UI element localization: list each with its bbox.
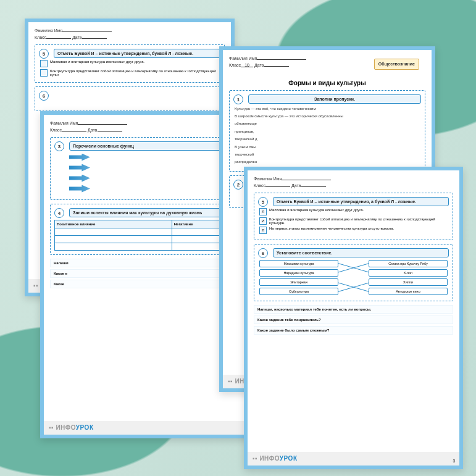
paragraph: творческой д xyxy=(235,136,420,141)
statement-text: Контркультура представляет собой оппозиц… xyxy=(269,217,448,225)
match-left[interactable]: Массовая культура xyxy=(259,260,338,267)
task-number: 4 xyxy=(54,208,64,218)
label-name: Фамилия Имя xyxy=(35,28,62,33)
match-right[interactable]: К-поп xyxy=(369,269,448,277)
reflection-question: Какое задание было самым сложным? xyxy=(254,326,453,335)
match-left[interactable]: Элитарная xyxy=(259,278,338,286)
subject-tag: Обществознание xyxy=(374,59,419,70)
footer-brand: ▪▪ ИНФОУРОК 3 xyxy=(248,452,459,466)
label-class: Класс xyxy=(35,35,46,40)
paragraph: обновляюще xyxy=(235,121,420,126)
task-5-section: 5 Отметь Буквой И – истинные утверждения… xyxy=(254,193,453,240)
arrow-icon xyxy=(69,185,90,193)
worksheet-page-4: Фамилия Имя Класс Дата 5 Отметь Буквой И… xyxy=(244,167,463,469)
footer-brand: ▪▪ ИНФОУРОК xyxy=(44,421,246,435)
arrow-icon xyxy=(69,175,90,182)
task-number: 2 xyxy=(233,180,243,190)
statement-text: Контркультура представляет собой оппозиц… xyxy=(50,69,219,77)
task-number: 3 xyxy=(54,141,64,151)
match-left[interactable]: Народная культура xyxy=(259,269,338,277)
task-title: Перечисли основные функц xyxy=(69,141,236,151)
task-title: Отметь Буквой И – истинные утверждения, … xyxy=(54,49,220,58)
task-title: Запиши аспекты влияния мас культуры на д… xyxy=(69,208,236,217)
answer-box[interactable]: Л xyxy=(259,227,267,234)
arrow-icon xyxy=(69,154,90,161)
paragraph: принципов, xyxy=(235,129,420,134)
task-title: Отметь Буквой И – истинные утверждения, … xyxy=(273,197,449,206)
header-fields: Фамилия Имя Класс10 Дата Обществознание xyxy=(229,55,425,69)
task-5-section: 5 Отметь Буквой И – истинные утверждения… xyxy=(35,44,225,83)
match-left[interactable]: Субкультура xyxy=(259,288,338,295)
task-6-section: 6 xyxy=(35,86,225,111)
prompt: Какое е xyxy=(50,269,240,278)
header-fields: Фамилия Имя Класс Дата xyxy=(50,120,240,133)
task-3-section: 3 Перечисли основные функц xyxy=(50,137,240,200)
statement-text: Массовая и элитарная культура исключают … xyxy=(269,208,448,212)
task-number: 6 xyxy=(39,91,49,101)
worksheet-page-2: Фамилия Имя Класс Дата 3 Перечисли основ… xyxy=(40,111,250,438)
header-fields: Фамилия Имя Класс Дата xyxy=(254,175,453,189)
paragraph: В узком смы xyxy=(235,144,420,149)
prompt: Напиши xyxy=(50,259,240,267)
header-fields: Фамилия Имя Класс Дата xyxy=(35,27,225,41)
answer-box[interactable] xyxy=(40,60,48,67)
task-number: 5 xyxy=(39,49,49,59)
statement-text: Массовая и элитарная культура исключают … xyxy=(50,60,219,64)
task-title: Установите соответствие. xyxy=(273,248,449,257)
answer-box[interactable]: И xyxy=(259,217,267,225)
paragraph: творческой xyxy=(235,152,420,157)
label-date: Дата xyxy=(72,35,82,40)
paragraph: Культура — это всё, что создано человече… xyxy=(235,106,420,111)
influence-table: Позитивное влияние Негативне xyxy=(54,220,236,251)
task-4-section: 4 Запиши аспекты влияния мас культуры на… xyxy=(50,204,240,255)
prompt: Какое xyxy=(50,280,240,288)
answer-box[interactable] xyxy=(40,69,48,77)
reflection-question: Напиши, насколько материал тебе понятен,… xyxy=(254,305,453,314)
task-number: 6 xyxy=(258,248,268,258)
match-right[interactable]: Хиппи xyxy=(369,278,448,286)
statement-text: На первых этапах возникновения человечес… xyxy=(269,227,448,230)
task-title: Заполни пропуски. xyxy=(248,94,421,104)
arrow-icon xyxy=(69,164,90,172)
match-right[interactable]: Сказка про Курочку Рябу xyxy=(369,260,448,267)
answer-box[interactable]: Л xyxy=(259,208,267,215)
col-header-positive: Позитивное влияние xyxy=(55,220,172,228)
task-number: 5 xyxy=(258,197,268,207)
reflection-question: Какое задание тебе понравилось? xyxy=(254,315,453,324)
task-6-section: 6 Установите соответствие. Массовая куль… xyxy=(254,244,453,301)
match-right[interactable]: Авторское кино xyxy=(369,288,448,295)
page-title: Формы и виды культуры xyxy=(229,80,425,86)
paragraph: распределен xyxy=(235,159,420,164)
task-number: 1 xyxy=(233,94,243,104)
page-number: 3 xyxy=(453,459,456,463)
paragraph: В широком смысле культура — это историче… xyxy=(235,114,420,119)
task-1-section: 1 Заполни пропуски. Культура — это всё, … xyxy=(229,90,425,172)
